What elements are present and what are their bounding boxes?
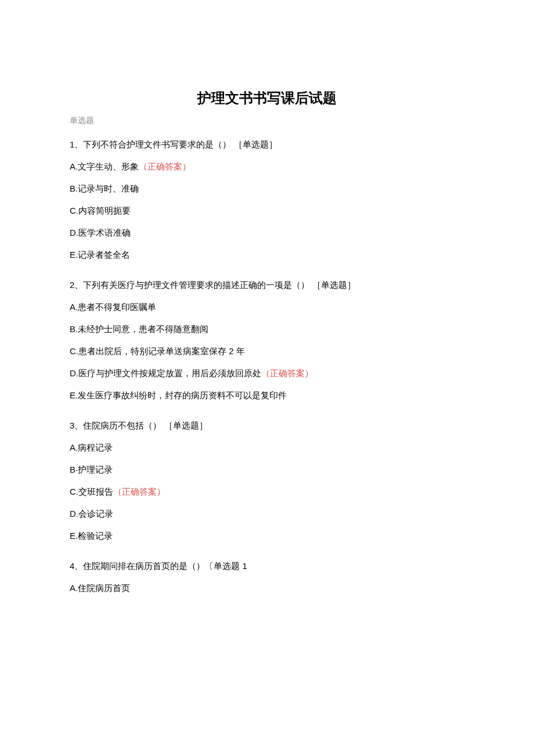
option: D.会诊记录 [70, 507, 464, 521]
option-text: 病程记录 [78, 442, 113, 452]
option: E.发生医疗事故纠纷时，封存的病历资料不可以是复印件 [70, 388, 464, 402]
correct-marker: （正确答案） [139, 161, 191, 171]
option-text: 未经护士同意，患者不得随意翻阅 [78, 324, 208, 334]
option-prefix: B. [70, 183, 78, 193]
option: A.住院病历首页 [70, 581, 464, 595]
question-stem: 4、住院期问排在病历首页的是（）〔单选题 1 [70, 559, 464, 573]
option-prefix: A. [70, 583, 78, 593]
option-prefix: D. [70, 368, 78, 378]
option-text: 患者不得复印医嘱单 [78, 302, 156, 312]
option-text: 检验记录 [78, 531, 113, 541]
option: E.检验记录 [70, 529, 464, 543]
option: A.病程记录 [70, 441, 464, 455]
option-prefix: E. [70, 390, 78, 400]
question-block: 1、下列不符合护理文件书写要求的是（） ［单选题］ A.文字生动、形象（正确答案… [70, 138, 464, 262]
option-prefix: D. [70, 509, 78, 519]
option-prefix: C. [70, 487, 78, 496]
option-prefix: A. [70, 302, 78, 312]
option-text: 患者出院后，特别记录单送病案室保存 2 年 [78, 346, 245, 356]
correct-marker: （正确答案） [113, 487, 165, 496]
option: A.文字生动、形象（正确答案） [70, 160, 464, 174]
option-text: 记录与时、准确 [78, 183, 139, 193]
option: B.未经护士同意，患者不得随意翻阅 [70, 322, 464, 336]
option-prefix: A. [70, 442, 78, 452]
question-stem: 3、住院病历不包括（） ［单选题］ [70, 419, 464, 433]
option-text: 发生医疗事故纠纷时，封存的病历资料不可以是复印件 [78, 390, 287, 400]
option-prefix: B. [70, 324, 78, 334]
question-stem: 2、下列有关医疗与护理文件管理要求的描述正确的一项是（） ［单选题］ [70, 278, 464, 292]
option: B·护理记录 [70, 463, 464, 477]
option-text: 记录者签全名 [78, 250, 130, 260]
option: E.记录者签全名 [70, 248, 464, 262]
question-block: 3、住院病历不包括（） ［单选题］ A.病程记录 B·护理记录 C.交班报告（正… [70, 419, 464, 543]
option: D.医学术语准确 [70, 226, 464, 240]
option-text: 会诊记录 [78, 509, 113, 519]
section-subtitle: 单选题 [70, 114, 464, 127]
option-prefix: E. [70, 531, 78, 541]
question-block: 2、下列有关医疗与护理文件管理要求的描述正确的一项是（） ［单选题］ A.患者不… [70, 278, 464, 402]
question-block: 4、住院期问排在病历首页的是（）〔单选题 1 A.住院病历首页 [70, 559, 464, 595]
option-prefix: B· [70, 465, 78, 474]
option-prefix: E. [70, 250, 78, 260]
option-text: 医学术语准确 [78, 228, 131, 237]
option: A.患者不得复印医嘱单 [70, 300, 464, 314]
question-stem: 1、下列不符合护理文件书写要求的是（） ［单选题］ [70, 138, 464, 152]
option-text: 文字生动、形象 [78, 161, 139, 171]
option: C.患者出院后，特别记录单送病案室保存 2 年 [70, 344, 464, 358]
option-text: 住院病历首页 [78, 583, 130, 593]
page-title: 护理文书书写课后试题 [70, 87, 464, 109]
option-text: 内容简明扼要 [78, 206, 131, 215]
option-prefix: A. [70, 161, 78, 171]
option: D.医疗与护理文件按规定放置，用后必须放回原处（正确答案） [70, 366, 464, 380]
option: C.交班报告（正确答案） [70, 485, 464, 499]
option-text: 护理记录 [78, 465, 113, 474]
option: B.记录与时、准确 [70, 182, 464, 196]
option-prefix: D. [70, 228, 78, 237]
option-prefix: C. [70, 346, 78, 356]
correct-marker: （正确答案） [261, 368, 313, 378]
option-text: 交班报告 [78, 487, 113, 496]
option-text: 医疗与护理文件按规定放置，用后必须放回原处 [78, 368, 261, 378]
option: C.内容简明扼要 [70, 204, 464, 218]
option-prefix: C. [70, 206, 78, 215]
